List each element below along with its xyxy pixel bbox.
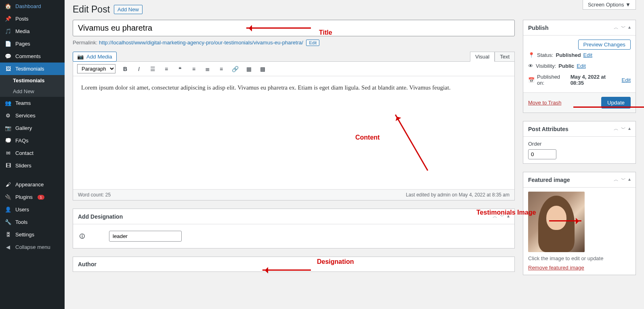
sidebar-item-gallery[interactable]: 📷Gallery [0, 122, 65, 134]
media-icon: 🎵 [4, 28, 12, 34]
eye-icon: 👁 [528, 63, 533, 69]
featured-image-panel: Featured image ︿ ﹀ ▴ Click the image to … [523, 172, 636, 275]
sidebar-item-settings[interactable]: 🎛Settings [0, 228, 65, 241]
chevron-up-icon[interactable]: ︿ [614, 125, 619, 132]
user-icon: 👤 [4, 207, 12, 213]
featured-image-thumbnail[interactable] [528, 192, 585, 252]
add-media-button[interactable]: 📷 Add Media [73, 52, 117, 62]
italic-icon[interactable]: I [135, 66, 143, 72]
content-editor[interactable]: Lorem ipsum dolor sit amet, consectetur … [73, 76, 514, 189]
author-metabox: Author [73, 257, 515, 272]
comment-icon: 💬 [4, 53, 12, 59]
post-title-input[interactable] [73, 20, 515, 36]
gall-icon: 📷 [4, 125, 12, 131]
caret-up-icon[interactable]: ▴ [628, 24, 631, 31]
permalink-row: Permalink: http://localhost/www/digital-… [73, 40, 515, 46]
sidebar-item-services[interactable]: ⚙Services [0, 109, 65, 122]
slide-icon: 🎞 [4, 163, 12, 169]
align-center-icon[interactable]: ≣ [203, 66, 212, 72]
insert-icon[interactable]: ▦ [245, 66, 253, 72]
designation-metabox: Add Designation ︿ ﹀ ▴ ⓘ [73, 209, 515, 248]
word-count: Word count: 25 [78, 192, 111, 198]
calendar-icon: 📅 [528, 77, 535, 83]
sidebar-item-media[interactable]: 🎵Media [0, 25, 65, 38]
tool-icon: 🔧 [4, 219, 12, 225]
camera-icon: 📷 [77, 54, 84, 60]
designation-input[interactable] [109, 231, 182, 242]
chevron-up-icon[interactable]: ︿ [614, 24, 619, 31]
quote-icon[interactable]: ❝ [176, 66, 184, 72]
chevron-down-icon[interactable]: ﹀ [500, 213, 505, 220]
sidebar-item-testimonials[interactable]: 🖼Testimonials [0, 63, 65, 75]
serv-icon: ⚙ [4, 113, 12, 119]
set-icon: 🎛 [4, 232, 12, 238]
chevron-down-icon[interactable]: ﹀ [621, 24, 626, 31]
sidebar-item-faqs[interactable]: 💭FAQs [0, 134, 65, 147]
published-edit-link[interactable]: Edit [622, 77, 631, 83]
chevron-up-icon[interactable]: ︿ [614, 176, 619, 183]
collapse-menu[interactable]: ◀ Collapse menu [0, 241, 65, 253]
main-content: Screen Options ▼ Edit Post Add New Perma… [65, 0, 644, 309]
move-to-trash-link[interactable]: Move to Trash [528, 100, 561, 106]
order-input[interactable] [528, 149, 556, 159]
test-icon: 🖼 [4, 66, 12, 72]
last-edited: Last edited by admin on May 4, 2022 at 8… [406, 192, 510, 198]
update-button[interactable]: Update [601, 97, 631, 109]
post-attributes-panel: Post Attributes ︿ ﹀ ▴ Order [523, 121, 636, 164]
remove-featured-image-link[interactable]: Remove featured image [528, 265, 584, 271]
toolbar-toggle-icon[interactable]: ▩ [258, 66, 266, 72]
link-icon[interactable]: 🔗 [231, 66, 239, 72]
align-right-icon[interactable]: ≡ [217, 66, 225, 72]
dash-icon: 🏠 [4, 3, 12, 9]
tab-text[interactable]: Text [495, 52, 515, 62]
sidebar-item-users[interactable]: 👤Users [0, 203, 65, 216]
visibility-edit-link[interactable]: Edit [577, 63, 585, 69]
sidebar-item-contact[interactable]: ✉Contact [0, 147, 65, 159]
sidebar-item-posts[interactable]: 📌Posts [0, 13, 65, 25]
sidebar-item-sliders[interactable]: 🎞Sliders [0, 159, 65, 172]
chevron-down-icon[interactable]: ﹀ [621, 176, 626, 183]
sidebar-item-pages[interactable]: 📄Pages [0, 38, 65, 50]
info-icon: ⓘ [80, 233, 85, 240]
chevron-down-icon[interactable]: ﹀ [621, 125, 626, 132]
team-icon: 👥 [4, 100, 12, 106]
collapse-icon: ◀ [4, 244, 12, 250]
plugin-icon: 🔌 [4, 194, 12, 200]
submenu-add-new[interactable]: Add New [0, 86, 65, 97]
key-icon: 📍 [528, 52, 535, 58]
faq-icon: 💭 [4, 138, 12, 144]
chevron-up-icon[interactable]: ︿ [493, 213, 497, 220]
sidebar-item-tools[interactable]: 🔧Tools [0, 216, 65, 228]
admin-sidebar: 🏠Dashboard📌Posts🎵Media📄Pages💬Comments🖼Te… [0, 0, 65, 309]
status-edit-link[interactable]: Edit [583, 52, 592, 58]
caret-up-icon[interactable]: ▴ [507, 213, 510, 220]
tab-visual[interactable]: Visual [470, 52, 495, 62]
sidebar-item-plugins[interactable]: 🔌Plugins1 [0, 191, 65, 203]
align-left-icon[interactable]: ≡ [190, 66, 198, 72]
sidebar-item-appearance[interactable]: 🖌Appearance [0, 178, 65, 191]
page-icon: 📄 [4, 41, 12, 47]
caret-up-icon[interactable]: ▴ [628, 125, 631, 132]
editor-box: Paragraph B I ☰ ≡ ❝ ≡ ≣ ≡ 🔗 ▦ ▩ Lorem ip… [73, 61, 515, 200]
caret-up-icon[interactable]: ▴ [628, 176, 631, 183]
permalink-link[interactable]: http://localhost/www/digital-marketing-a… [99, 40, 303, 46]
sidebar-item-comments[interactable]: 💬Comments [0, 50, 65, 63]
submenu-testimonials[interactable]: Testimonials [0, 75, 65, 86]
update-badge: 1 [38, 195, 44, 200]
bold-icon[interactable]: B [121, 66, 129, 72]
bullet-list-icon[interactable]: ☰ [149, 66, 157, 72]
add-new-button[interactable]: Add New [114, 5, 143, 14]
sidebar-item-teams[interactable]: 👥Teams [0, 97, 65, 109]
publish-panel: Publish ︿ ﹀ ▴ Preview Changes 📍 Status: … [523, 20, 636, 113]
sidebar-item-dashboard[interactable]: 🏠Dashboard [0, 0, 65, 13]
page-title: Edit Post [73, 4, 110, 15]
preview-changes-button[interactable]: Preview Changes [578, 40, 631, 50]
pin-icon: 📌 [4, 16, 12, 22]
number-list-icon[interactable]: ≡ [162, 66, 170, 72]
screen-options-tab[interactable]: Screen Options ▼ [583, 0, 636, 10]
paragraph-select[interactable]: Paragraph [77, 64, 115, 73]
mail-icon: ✉ [4, 150, 12, 156]
permalink-edit-button[interactable]: Edit [306, 40, 319, 46]
appear-icon: 🖌 [4, 182, 12, 188]
